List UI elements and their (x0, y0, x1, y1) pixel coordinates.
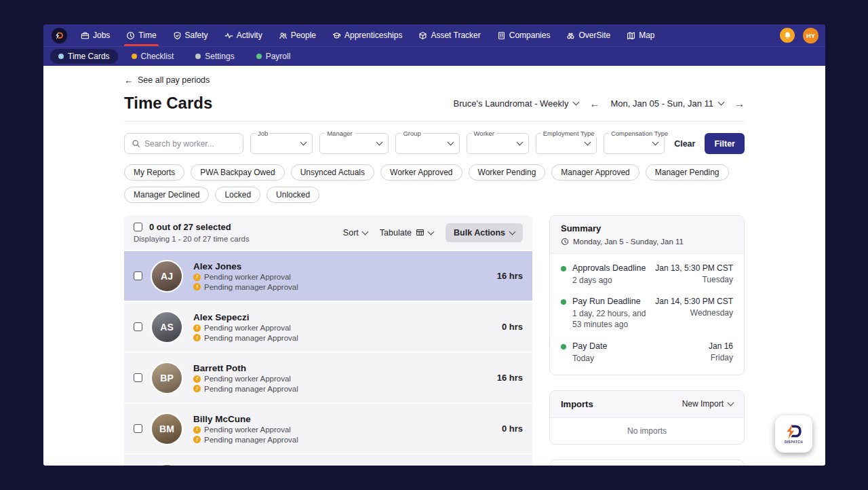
chip-manager-declined[interactable]: Manager Declined (124, 187, 209, 203)
summary-item-approvals-deadline: Approvals Deadline 2 days ago Jan 13, 5:… (561, 263, 733, 286)
employment-type-select-label: Employment Type (541, 130, 597, 137)
nav-item-apprenticeships[interactable]: Apprenticeships (324, 24, 410, 46)
chevron-down-icon (584, 139, 591, 146)
nav-label: Safety (185, 31, 208, 40)
row-checkbox[interactable] (134, 271, 142, 280)
user-avatar[interactable]: HY (803, 28, 818, 43)
bulk-actions-button[interactable]: Bulk Actions (446, 223, 523, 242)
table-grid-icon (416, 228, 425, 237)
chip-my-reports[interactable]: My Reports (124, 164, 184, 181)
chip-worker-approved[interactable]: Worker Approved (380, 164, 462, 181)
green-dot-icon (561, 266, 566, 271)
nav-item-safety[interactable]: Safety (165, 24, 216, 46)
dispatch-floating-button[interactable]: DISPATCH (775, 415, 812, 453)
chip-worker-pending[interactable]: Worker Pending (469, 164, 546, 181)
subnav-item-payroll[interactable]: Payroll (248, 49, 299, 64)
previous-period-button[interactable]: ← (589, 98, 599, 109)
filter-button[interactable]: Filter (705, 133, 745, 154)
table-row[interactable]: BM Billy McCune !Pending worker Approval… (124, 404, 532, 453)
company-schedule-selector[interactable]: Bruce's Laundromat - Weekly (454, 98, 579, 109)
table-row[interactable]: AJ Alex Jones !Pending worker Approval !… (124, 251, 532, 301)
chevron-down-icon (300, 139, 307, 146)
nav-item-oversite[interactable]: OverSite (558, 24, 618, 46)
table-row[interactable]: AS Alex Sepeczi !Pending worker Approval… (124, 302, 532, 352)
nav-label: Map (639, 31, 654, 40)
graduation-icon (332, 31, 341, 40)
chevron-down-icon (652, 139, 659, 146)
notifications-button[interactable] (780, 28, 795, 43)
chip-manager-pending[interactable]: Manager Pending (646, 164, 729, 181)
see-all-pay-periods-link[interactable]: ← See all pay periods (124, 75, 210, 85)
pending-icon: ! (193, 324, 201, 332)
table-row-partial[interactable] (124, 455, 532, 466)
filter-row: Job Manager Group Worker Employment Type… (124, 133, 745, 154)
new-import-control[interactable]: New Import (682, 399, 733, 409)
row-hours: 0 hrs (502, 423, 523, 434)
nav-item-jobs[interactable]: Jobs (73, 24, 118, 46)
dispatch-logo-button[interactable] (52, 28, 67, 43)
box-icon (418, 31, 427, 40)
company-schedule-label: Bruce's Laundromat - Weekly (454, 98, 569, 109)
nav-item-asset-tracker[interactable]: Asset Tracker (410, 24, 488, 46)
summary-body: Approvals Deadline 2 days ago Jan 13, 5:… (550, 254, 744, 375)
manager-select[interactable]: Manager (319, 133, 389, 154)
tabulate-label: Tabulate (380, 228, 412, 238)
manager-approval-status: !Pending manager Approval (193, 436, 502, 444)
clear-filters-button[interactable]: Clear (671, 139, 698, 149)
nav-item-activity[interactable]: Activity (216, 24, 271, 46)
tabulate-control[interactable]: Tabulate (380, 228, 433, 238)
nav-item-people[interactable]: People (271, 24, 324, 46)
clock-icon (561, 238, 569, 246)
select-all-checkbox[interactable] (134, 223, 142, 231)
sort-control[interactable]: Sort (343, 228, 368, 238)
compensation-type-select[interactable]: Compensation Type (604, 133, 665, 154)
chip-pwa-backpay-owed[interactable]: PWA Backpay Owed (191, 164, 284, 181)
pending-icon: ! (193, 274, 201, 281)
worker-avatar: BP (151, 362, 183, 394)
list-header: 0 out of 27 selected Displaying 1 - 20 o… (124, 215, 532, 250)
search-input[interactable] (144, 139, 236, 149)
displaying-text: Displaying 1 - 20 of 27 time cards (134, 235, 250, 243)
back-link-label: See all pay periods (138, 75, 210, 85)
main-menu: Jobs Time Safety Activity People Apprent… (73, 24, 663, 46)
app-window: Jobs Time Safety Activity People Apprent… (43, 24, 825, 466)
pending-icon: ! (193, 385, 201, 392)
chevron-down-icon (428, 228, 435, 235)
chevron-down-icon (376, 139, 383, 146)
employment-type-select[interactable]: Employment Type (536, 133, 597, 154)
title-row: Time Cards Bruce's Laundromat - Weekly ←… (124, 94, 745, 113)
group-select[interactable]: Group (395, 133, 459, 154)
clock-icon (126, 31, 135, 40)
nav-label: OverSite (578, 31, 610, 40)
subnav-item-time-cards[interactable]: Time Cards (50, 49, 118, 64)
next-period-button[interactable]: → (734, 98, 745, 109)
green-dot-icon (561, 344, 566, 350)
chevron-down-icon (447, 139, 454, 146)
settings-dot-icon (195, 54, 201, 59)
subnav-item-checklist[interactable]: Checklist (123, 49, 182, 64)
table-row[interactable]: BP Barrett Poth !Pending worker Approval… (124, 353, 532, 402)
chevron-down-icon (573, 99, 580, 106)
subnav-item-settings[interactable]: Settings (187, 49, 242, 64)
worker-avatar (151, 464, 183, 466)
nav-item-map[interactable]: Map (618, 24, 663, 46)
worker-select[interactable]: Worker (467, 133, 529, 154)
main-grid: 0 out of 27 selected Displaying 1 - 20 o… (124, 215, 745, 466)
row-checkbox[interactable] (134, 322, 142, 331)
chip-manager-approved[interactable]: Manager Approved (551, 164, 639, 181)
payroll-dot-icon (256, 54, 262, 59)
header-divider (124, 121, 745, 121)
row-checkbox[interactable] (134, 373, 142, 382)
chip-locked[interactable]: Locked (215, 187, 260, 203)
summary-card: Summary Monday, Jan 5 - Sunday, Jan 11 A… (549, 215, 745, 375)
chip-unsynced-actuals[interactable]: Unsynced Actuals (291, 164, 374, 181)
nav-label: Asset Tracker (431, 31, 480, 40)
nav-item-companies[interactable]: Companies (489, 24, 559, 46)
job-select[interactable]: Job (250, 133, 313, 154)
nav-item-time[interactable]: Time (118, 24, 164, 46)
chip-unlocked[interactable]: Unlocked (267, 187, 319, 203)
row-hours: 16 hrs (497, 271, 523, 281)
pay-period-selector[interactable]: Mon, Jan 05 - Sun, Jan 11 (610, 98, 724, 109)
job-select-label: Job (256, 130, 270, 137)
row-checkbox[interactable] (134, 424, 142, 433)
